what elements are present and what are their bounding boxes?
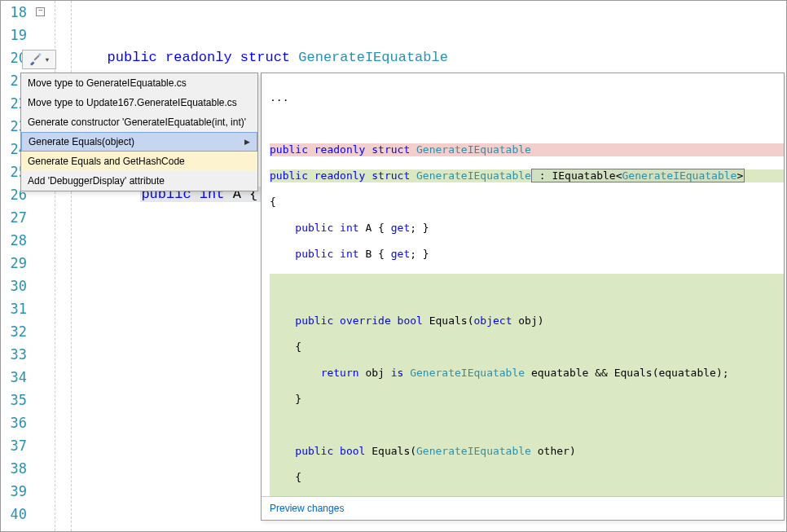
menu-item[interactable]: Add 'DebuggerDisplay' attribute — [21, 171, 257, 191]
screwdriver-icon — [29, 53, 42, 66]
line-number: 35 — [1, 389, 27, 411]
svg-rect-1 — [33, 55, 39, 60]
line-number: 27 — [1, 206, 27, 229]
menu-item[interactable]: Move type to GenerateIEquatable.cs — [21, 73, 257, 93]
menu-item-label: Add 'DebuggerDisplay' attribute — [28, 175, 165, 187]
menu-item-label: Generate Equals(object) — [29, 136, 134, 147]
line-number: 32 — [1, 320, 27, 343]
line-number: 39 — [1, 480, 27, 503]
line-number: 40 — [1, 503, 27, 525]
diff-added-block: public override bool Equals(object obj) … — [270, 274, 784, 496]
fold-toggle-icon[interactable]: − — [36, 7, 45, 16]
line-number: 29 — [1, 252, 27, 275]
preview-footer: Preview changes — [262, 496, 784, 520]
code-line: public readonly struct GenerateIEquatabl… — [82, 46, 786, 69]
line-number: 18 — [1, 1, 27, 24]
line-number: 30 — [1, 275, 27, 297]
line-number: 37 — [1, 434, 27, 457]
preview-changes-link[interactable]: Preview changes — [270, 503, 344, 514]
menu-item-label: Generate constructor 'GenerateIEquatable… — [28, 117, 246, 128]
quick-actions-button[interactable]: ▼ — [22, 50, 56, 69]
line-number: 19 — [1, 24, 27, 46]
menu-item-label: Generate Equals and GetHashCode — [28, 156, 185, 167]
line-number: 38 — [1, 457, 27, 480]
preview-popup: ... public readonly struct GenerateIEqua… — [261, 73, 785, 521]
line-number: 36 — [1, 411, 27, 434]
line-number: 28 — [1, 229, 27, 252]
menu-item[interactable]: Generate Equals(object)▶ — [21, 132, 257, 152]
submenu-arrow-icon: ▶ — [244, 138, 250, 146]
diff-added-line: public readonly struct GenerateIEquatabl… — [270, 169, 784, 182]
preview-code: ... public readonly struct GenerateIEqua… — [262, 73, 784, 496]
line-number: 34 — [1, 366, 27, 389]
line-number: 33 — [1, 343, 27, 366]
chevron-down-icon: ▼ — [46, 56, 50, 64]
svg-rect-0 — [29, 61, 34, 66]
menu-item[interactable]: Generate constructor 'GenerateIEquatable… — [21, 112, 257, 132]
quick-actions-menu: Move type to GenerateIEquatable.csMove t… — [20, 73, 258, 191]
menu-item[interactable]: Generate Equals and GetHashCode — [21, 152, 257, 171]
menu-item[interactable]: Move type to Update167.GenerateIEquatabl… — [21, 93, 257, 112]
menu-item-label: Move type to GenerateIEquatable.cs — [28, 77, 187, 89]
diff-removed-line: public readonly struct GenerateIEquatabl… — [270, 143, 784, 156]
line-number: 31 — [1, 297, 27, 320]
menu-item-label: Move type to Update167.GenerateIEquatabl… — [28, 97, 237, 108]
